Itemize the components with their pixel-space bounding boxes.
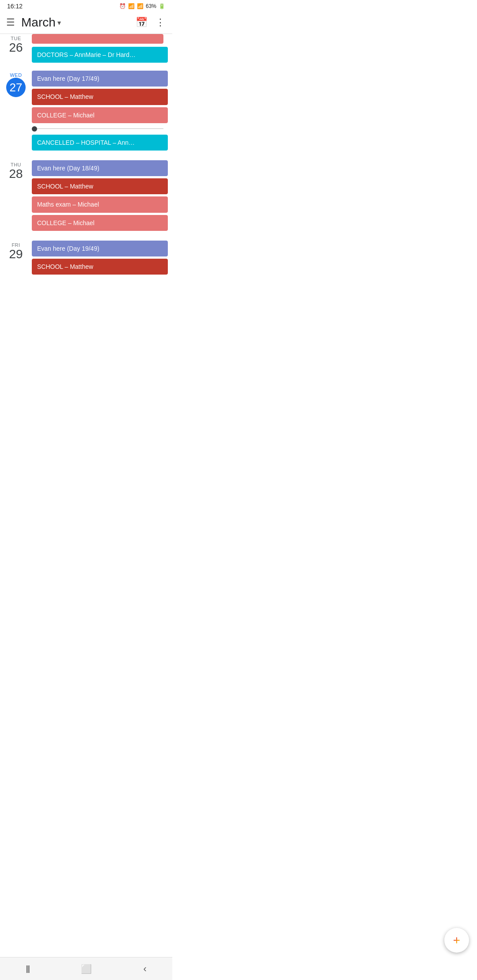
event-school-matthew-thu[interactable]: SCHOOL – Matthew <box>32 178 168 194</box>
day-label-tue26: TUE 26 <box>0 34 32 63</box>
more-options-icon[interactable]: ⋮ <box>154 15 167 30</box>
day-number-tue26: 26 <box>9 41 23 55</box>
day-row-thu28: THU 28 Evan here (Day 18/49) SCHOOL – Ma… <box>0 154 172 234</box>
event-evan-17[interactable]: Evan here (Day 17/49) <box>32 71 168 87</box>
events-tue26: DOCTORS – AnnMarie – Dr Hard… <box>32 34 172 63</box>
partial-event-top[interactable] <box>32 34 163 44</box>
events-thu28: Evan here (Day 18/49) SCHOOL – Matthew M… <box>32 160 172 231</box>
event-school-matthew-wed[interactable]: SCHOOL – Matthew <box>32 89 168 105</box>
app-bar: ☰ March ▾ 📅 ⋮ <box>0 11 172 34</box>
month-title[interactable]: March ▾ <box>21 15 134 30</box>
today-calendar-icon[interactable]: 📅 <box>134 15 149 30</box>
time-indicator-dot <box>32 126 37 132</box>
alarm-icon: ⏰ <box>119 3 126 9</box>
day-row-wed27: WED 27 Evan here (Day 17/49) SCHOOL – Ma… <box>0 66 172 154</box>
day-name-fri29: FRI <box>11 242 20 248</box>
event-cancelled-hospital[interactable]: CANCELLED – HOSPITAL – Ann… <box>32 135 168 151</box>
day-label-thu28: THU 28 <box>0 160 32 231</box>
dropdown-arrow-icon: ▾ <box>57 19 61 27</box>
day-name-wed27: WED <box>10 72 22 78</box>
time-indicator-line <box>37 128 163 129</box>
day-row-fri29: FRI 29 Evan here (Day 19/49) SCHOOL – Ma… <box>0 234 172 278</box>
event-school-matthew-fri[interactable]: SCHOOL – Matthew <box>32 259 168 275</box>
wifi-icon: 📶 <box>128 3 135 9</box>
status-icons: ⏰ 📶 📶 63% 🔋 <box>119 3 165 9</box>
event-evan-18[interactable]: Evan here (Day 18/49) <box>32 160 168 176</box>
toolbar-icons: 📅 ⋮ <box>134 15 167 30</box>
event-college-michael-thu[interactable]: COLLEGE – Michael <box>32 215 168 231</box>
events-fri29: Evan here (Day 19/49) SCHOOL – Matthew <box>32 241 172 275</box>
event-maths-exam[interactable]: Maths exam – Michael <box>32 196 168 212</box>
battery-label: 63% <box>146 3 156 9</box>
day-label-wed27: WED 27 <box>0 71 32 151</box>
day-number-thu28: 28 <box>9 167 23 181</box>
signal-icon: 📶 <box>137 3 144 9</box>
day-number-fri29: 29 <box>9 248 23 261</box>
event-doctors[interactable]: DOCTORS – AnnMarie – Dr Hard… <box>32 47 168 63</box>
status-bar: 16:12 ⏰ 📶 📶 63% 🔋 <box>0 0 172 11</box>
event-college-michael-wed[interactable]: COLLEGE – Michael <box>32 107 168 123</box>
battery-icon: 🔋 <box>159 3 165 9</box>
month-label: March <box>21 15 56 30</box>
status-time: 16:12 <box>7 3 23 10</box>
day-label-fri29: FRI 29 <box>0 241 32 275</box>
event-evan-19[interactable]: Evan here (Day 19/49) <box>32 241 168 256</box>
calendar-content: TUE 26 DOCTORS – AnnMarie – Dr Hard… WED… <box>0 34 172 309</box>
day-number-wed27: 27 <box>6 78 26 97</box>
events-wed27: Evan here (Day 17/49) SCHOOL – Matthew C… <box>32 71 172 151</box>
menu-icon[interactable]: ☰ <box>6 17 15 28</box>
day-row-tue26: TUE 26 DOCTORS – AnnMarie – Dr Hard… <box>0 34 172 66</box>
